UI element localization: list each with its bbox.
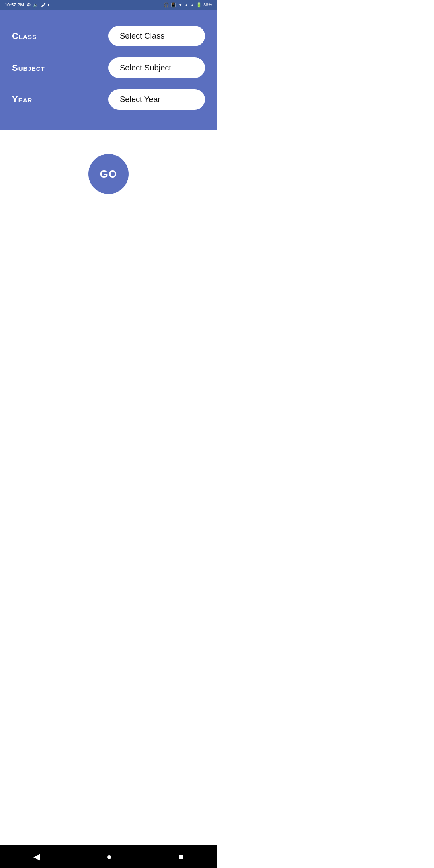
wifi-icon: ▼ <box>178 2 182 7</box>
status-time: 10:57 PM <box>5 2 24 7</box>
battery-icon: 🔋 <box>196 2 202 8</box>
status-bar: 10:57 PM ⊘ 🔈 🖌 • 🎧 📳 ▼ ▲ ▲ 🔋 38% <box>0 0 217 10</box>
main-content: GO <box>0 130 217 347</box>
vibrate-icon: 📳 <box>171 2 176 8</box>
class-label: Class <box>12 31 60 41</box>
go-button[interactable]: GO <box>88 154 129 194</box>
header-panel: Class Select Class Subject Select Subjec… <box>0 10 217 130</box>
media-icon: ⊘ <box>27 2 31 8</box>
select-year-button[interactable]: Select Year <box>108 89 205 110</box>
signal-icon1: ▲ <box>184 2 188 7</box>
select-subject-button[interactable]: Select Subject <box>108 57 205 78</box>
subject-label: Subject <box>12 63 60 73</box>
brush-icon: 🖌 <box>41 2 45 7</box>
header-wrapper: Class Select Class Subject Select Subjec… <box>0 10 217 130</box>
status-left: 10:57 PM ⊘ 🔈 🖌 • <box>5 2 49 8</box>
battery-percent: 38% <box>203 2 212 7</box>
select-class-button[interactable]: Select Class <box>108 26 205 46</box>
subject-row: Subject Select Subject <box>12 57 205 78</box>
class-row: Class Select Class <box>12 26 205 46</box>
year-label: Year <box>12 94 60 105</box>
volume-icon: 🔈 <box>33 2 39 8</box>
year-row: Year Select Year <box>12 89 205 110</box>
signal-icon2: ▲ <box>190 2 194 7</box>
dot-icon: • <box>48 2 49 7</box>
status-right: 🎧 📳 ▼ ▲ ▲ 🔋 38% <box>164 2 212 8</box>
headphone-icon: 🎧 <box>164 2 169 8</box>
